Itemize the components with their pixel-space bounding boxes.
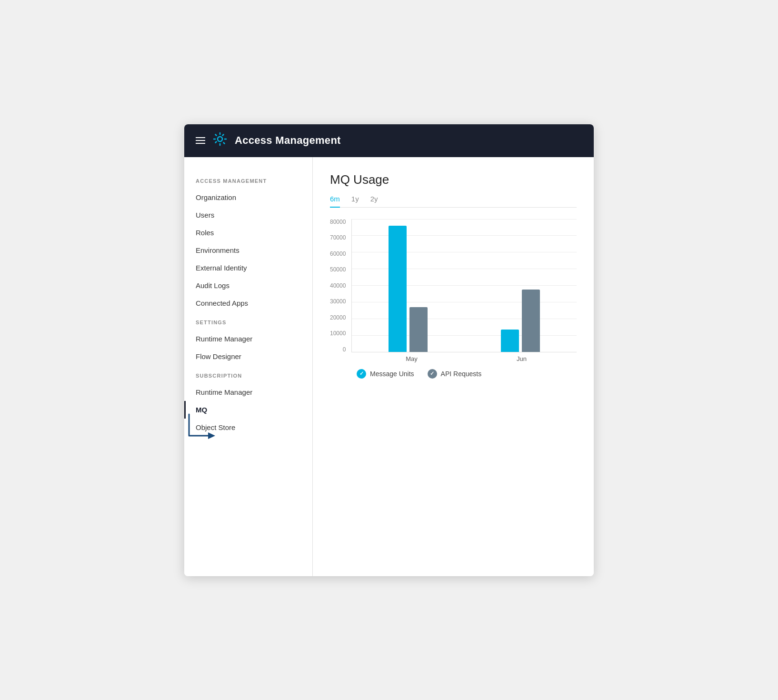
hamburger-icon[interactable] <box>196 137 205 144</box>
sidebar-item-users[interactable]: Users <box>184 206 312 224</box>
tab-2y[interactable]: 2y <box>370 195 378 208</box>
sidebar-section-label-access: ACCESS MANAGEMENT <box>184 178 312 189</box>
bar-jun-api-requests <box>522 290 540 352</box>
main-layout: ACCESS MANAGEMENT Organization Users Rol… <box>184 157 594 576</box>
sidebar-item-environments[interactable]: Environments <box>184 241 312 259</box>
sidebar-section-access-management: ACCESS MANAGEMENT Organization Users Rol… <box>184 178 312 312</box>
sidebar: ACCESS MANAGEMENT Organization Users Rol… <box>184 157 313 576</box>
y-axis: 80000 70000 60000 50000 40000 30000 2000… <box>330 219 351 352</box>
y-label-50000: 50000 <box>330 267 346 272</box>
legend-api-requests: ✓ API Requests <box>428 369 482 379</box>
gridline-1 <box>352 219 577 220</box>
header-title: Access Management <box>235 134 341 147</box>
header: Access Management <box>184 124 594 157</box>
bar-may-api-requests <box>409 307 428 351</box>
y-label-80000: 80000 <box>330 219 346 225</box>
chart-legend: ✓ Message Units ✓ API Requests <box>357 369 577 379</box>
legend-message-units: ✓ Message Units <box>357 369 414 379</box>
sidebar-item-audit-logs[interactable]: Audit Logs <box>184 277 312 294</box>
sidebar-section-label-subscription: SUBSCRIPTION <box>184 373 312 383</box>
y-label-20000: 20000 <box>330 315 346 320</box>
sidebar-item-roles[interactable]: Roles <box>184 224 312 241</box>
tab-1y[interactable]: 1y <box>351 195 359 208</box>
sidebar-item-flow-designer[interactable]: Flow Designer <box>184 348 312 365</box>
x-label-may: May <box>357 352 467 362</box>
bar-group-may <box>352 226 464 351</box>
sidebar-item-object-store[interactable]: Object Store <box>184 419 312 436</box>
sidebar-section-settings: SETTINGS Runtime Manager Flow Designer <box>184 320 312 365</box>
y-label-0: 0 <box>330 347 346 352</box>
bar-may-message-units <box>389 226 407 351</box>
legend-api-requests-label: API Requests <box>441 370 482 378</box>
bar-group-jun <box>464 290 577 352</box>
chart-tabs: 6m 1y 2y <box>330 195 577 208</box>
sidebar-item-connected-apps[interactable]: Connected Apps <box>184 294 312 312</box>
sidebar-section-label-settings: SETTINGS <box>184 320 312 330</box>
content-area: MQ Usage 6m 1y 2y 80000 70000 60000 5000… <box>313 157 594 576</box>
chart-with-yaxis: 80000 70000 60000 50000 40000 30000 2000… <box>330 219 577 352</box>
y-label-30000: 30000 <box>330 299 346 304</box>
y-label-10000: 10000 <box>330 330 346 336</box>
app-window: Access Management ACCESS MANAGEMENT Orga… <box>184 124 594 576</box>
svg-point-0 <box>218 137 222 141</box>
bar-jun-message-units <box>501 330 519 352</box>
legend-check-blue: ✓ <box>357 369 366 379</box>
sidebar-section-subscription: SUBSCRIPTION Runtime Manager MQ Object S… <box>184 373 312 436</box>
mq-usage-title: MQ Usage <box>330 172 577 187</box>
x-labels: May Jun <box>330 352 577 362</box>
tab-6m[interactable]: 6m <box>330 195 340 208</box>
sidebar-item-sub-runtime-manager[interactable]: Runtime Manager <box>184 383 312 401</box>
y-label-60000: 60000 <box>330 251 346 257</box>
sidebar-item-external-identity[interactable]: External Identity <box>184 259 312 277</box>
sidebar-item-mq[interactable]: MQ <box>184 401 312 419</box>
bars-area <box>351 219 577 352</box>
x-label-jun: Jun <box>467 352 577 362</box>
legend-message-units-label: Message Units <box>370 370 414 378</box>
legend-check-gray: ✓ <box>428 369 437 379</box>
gear-icon <box>213 132 227 150</box>
y-label-70000: 70000 <box>330 235 346 240</box>
bar-chart: 80000 70000 60000 50000 40000 30000 2000… <box>330 219 577 576</box>
sidebar-item-organization[interactable]: Organization <box>184 189 312 206</box>
sidebar-item-runtime-manager[interactable]: Runtime Manager <box>184 330 312 348</box>
y-label-40000: 40000 <box>330 283 346 289</box>
